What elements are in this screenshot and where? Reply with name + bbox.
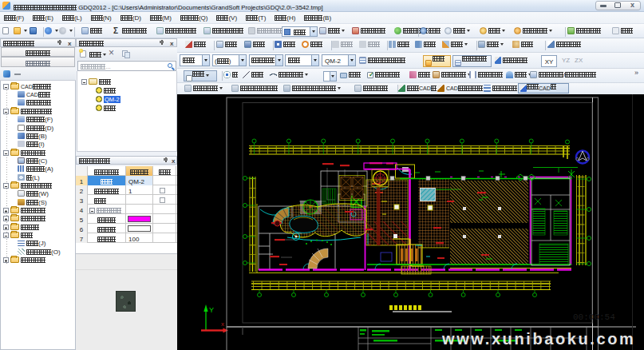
svg-text:Y: Y xyxy=(209,306,214,314)
svg-text:x: x xyxy=(221,320,224,328)
svg-text:00:00:54: 00:00:54 xyxy=(573,312,615,322)
svg-text:www.xunibaoku.com: www.xunibaoku.com xyxy=(441,330,635,348)
